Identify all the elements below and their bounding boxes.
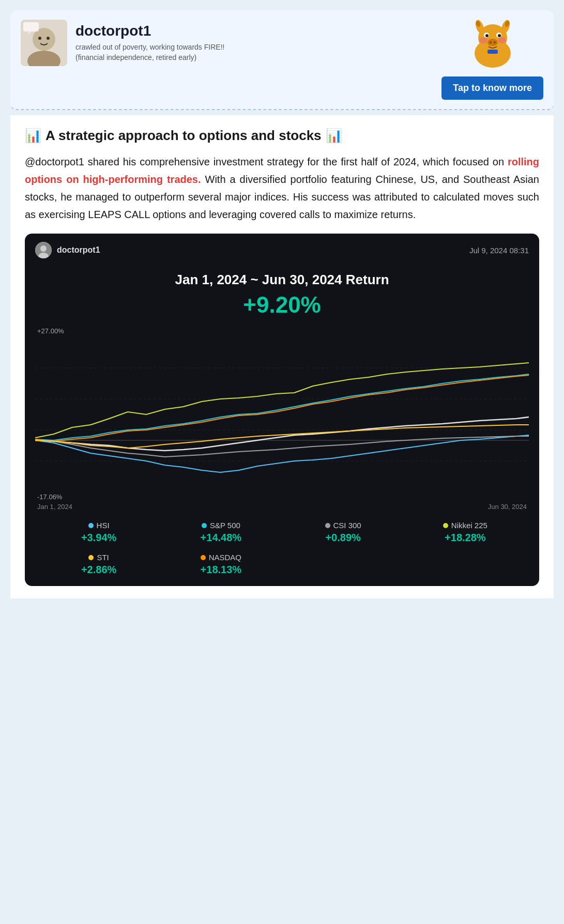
chart-header: doctorpot1 Jul 9, 2024 08:31: [25, 234, 539, 264]
legend-value: +2.86%: [81, 564, 116, 576]
chart-timestamp: Jul 9, 2024 08:31: [469, 246, 529, 255]
chart-area: +27.00%: [25, 322, 539, 511]
page-container: doctorpot1 crawled out of poverty, worki…: [0, 0, 564, 924]
svg-point-13: [479, 37, 487, 43]
chart-y-label-bottom: -17.06%: [37, 493, 529, 501]
chart-user-avatar: [35, 242, 52, 258]
legend-item: S&P 500 +14.48%: [162, 521, 279, 544]
chart-y-label-top: +27.00%: [37, 327, 529, 335]
svg-point-21: [494, 41, 496, 43]
legend-label: STI: [88, 553, 109, 562]
chart-axis-end: Jun 30, 2024: [488, 503, 527, 511]
legend-index-label: S&P 500: [210, 521, 240, 530]
legend-item: CSI 300 +0.89%: [285, 521, 402, 544]
chart-axis: Jan 1, 2024 Jun 30, 2024: [35, 503, 529, 511]
profile-info: doctorpot1 crawled out of poverty, worki…: [75, 23, 224, 63]
legend-item: STI +2.86%: [40, 553, 157, 576]
article-title: 📊 A strategic approach to options and st…: [25, 128, 539, 144]
legend-item: NASDAQ +18.13%: [162, 553, 279, 576]
legend-label: NASDAQ: [201, 553, 241, 562]
chart-period-title: Jan 1, 2024 ~ Jun 30, 2024 Return: [35, 272, 529, 288]
chart-card: doctorpot1 Jul 9, 2024 08:31 Jan 1, 2024…: [25, 234, 539, 586]
legend-dot: [201, 555, 206, 560]
svg-point-18: [498, 34, 501, 37]
title-icon-left: 📊: [25, 128, 41, 144]
svg-point-4: [47, 37, 50, 40]
legend-dot: [88, 555, 94, 560]
article-section: 📊 A strategic approach to options and st…: [10, 115, 554, 598]
svg-point-3: [38, 37, 41, 40]
legend-value: +3.94%: [81, 532, 116, 544]
svg-rect-5: [23, 22, 39, 32]
chart-axis-start: Jan 1, 2024: [37, 503, 72, 511]
legend-value: +0.89%: [325, 532, 360, 544]
chart-return-value: +9.20%: [35, 292, 529, 318]
avatar: [21, 20, 67, 66]
svg-point-14: [498, 37, 506, 43]
legend-label: CSI 300: [325, 521, 361, 530]
legend-item: Nikkei 225 +18.28%: [407, 521, 524, 544]
svg-point-19: [487, 39, 498, 46]
legend-label: S&P 500: [202, 521, 240, 530]
svg-rect-22: [487, 50, 498, 54]
legend-index-label: CSI 300: [333, 521, 361, 530]
chart-user: doctorpot1: [35, 242, 100, 258]
legend-dot: [202, 523, 207, 528]
legend-item: HSI +3.94%: [40, 521, 157, 544]
profile-left: doctorpot1 crawled out of poverty, worki…: [21, 20, 224, 66]
svg-point-20: [490, 41, 492, 43]
mascot-icon: [462, 20, 524, 71]
legend-index-label: NASDAQ: [209, 553, 241, 562]
legend-dot: [88, 523, 94, 528]
tap-to-know-more-button[interactable]: Tap to know more: [441, 76, 543, 100]
legend-index-label: Nikkei 225: [451, 521, 487, 530]
chart-title-block: Jan 1, 2024 ~ Jun 30, 2024 Return +9.20%: [25, 264, 539, 322]
legend-value: +18.28%: [445, 532, 486, 544]
legend-label: Nikkei 225: [443, 521, 487, 530]
title-icon-right: 📊: [326, 128, 342, 144]
legend-dot: [443, 523, 448, 528]
profile-bio: crawled out of poverty, working towards …: [75, 42, 224, 63]
chart-svg-container: [35, 337, 529, 492]
legend-dot: [325, 523, 330, 528]
chart-legend-row1: HSI +3.94% S&P 500 +14.48% CSI 300 +0.89…: [25, 511, 539, 544]
legend-label: HSI: [88, 521, 110, 530]
legend-index-label: STI: [97, 553, 109, 562]
article-body: @doctorpot1 shared his comprehensive inv…: [25, 153, 539, 223]
legend-value: +18.13%: [201, 564, 242, 576]
legend-value: +14.48%: [201, 532, 242, 544]
profile-right: Tap to know more: [441, 20, 543, 100]
profile-username: doctorpot1: [75, 23, 224, 39]
chart-legend-row2: STI +2.86% NASDAQ +18.13%: [25, 544, 539, 576]
svg-point-17: [485, 34, 489, 37]
legend-index-label: HSI: [97, 521, 110, 530]
svg-point-24: [40, 245, 47, 252]
profile-section: doctorpot1 crawled out of poverty, worki…: [10, 10, 554, 110]
